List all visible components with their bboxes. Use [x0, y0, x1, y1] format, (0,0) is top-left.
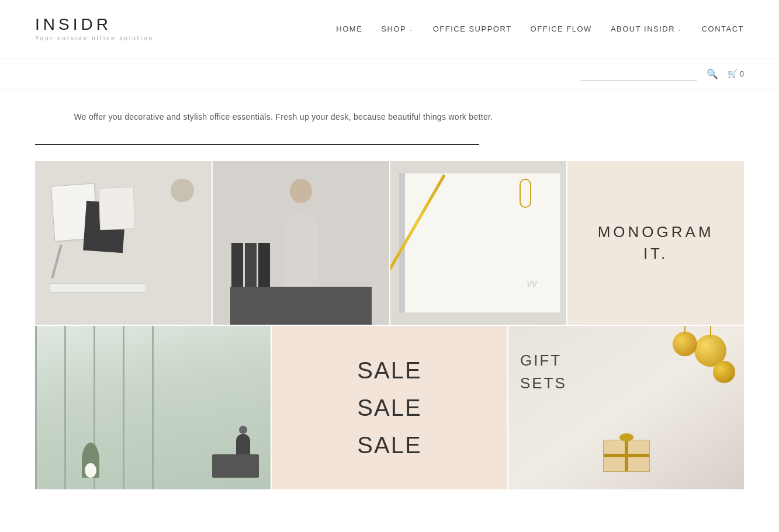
- grid-cell-sale[interactable]: SALE SALE SALE: [272, 326, 507, 489]
- grid-cell-gift-sets[interactable]: GIFTSETS: [508, 326, 744, 489]
- nav-contact[interactable]: CONTACT: [702, 25, 744, 33]
- main-nav: HOME SHOP ⌄ OFFICE SUPPORT OFFICE FLOW A…: [336, 25, 744, 33]
- hero-description: We offer you decorative and stylish offi…: [74, 110, 705, 124]
- nav-home[interactable]: HOME: [336, 25, 362, 33]
- office-supplies-image: [35, 161, 212, 325]
- section-divider: [35, 144, 479, 145]
- chevron-down-icon: ⌄: [408, 26, 414, 32]
- image-grid-row2: SALE SALE SALE GIFTSETS: [0, 325, 779, 489]
- chevron-down-icon: ⌄: [677, 26, 683, 32]
- gift-sets-image: GIFTSETS: [508, 326, 744, 489]
- office-interior-image: [35, 326, 271, 489]
- site-header: INSIDR Your outside office solution HOME…: [0, 0, 779, 58]
- notebook-pen-image: vv: [390, 161, 567, 325]
- nav-about-insidr[interactable]: ABOUT INSIDR ⌄: [611, 25, 683, 33]
- logo-text[interactable]: INSIDR: [35, 16, 154, 33]
- cart-button[interactable]: 🛒 0: [728, 69, 744, 78]
- grid-cell-notebook-pen[interactable]: vv: [390, 161, 567, 325]
- grid-cell-office-interior[interactable]: [35, 326, 271, 489]
- search-input[interactable]: [580, 67, 697, 81]
- cart-icon: 🛒: [728, 69, 738, 78]
- search-button[interactable]: 🔍: [707, 68, 718, 79]
- nav-office-flow[interactable]: OFFICE FLOW: [531, 25, 592, 33]
- cart-count: 0: [740, 69, 744, 78]
- woman-binders-image: [213, 161, 389, 325]
- logo-tagline: Your outside office solution: [35, 35, 154, 41]
- logo-area[interactable]: INSIDR Your outside office solution: [35, 16, 154, 41]
- hero-text-area: We offer you decorative and stylish offi…: [39, 89, 740, 134]
- monogram-label: MONOGRAM IT.: [598, 221, 714, 264]
- search-icon: 🔍: [707, 69, 718, 79]
- image-grid-row1: vv MONOGRAM IT.: [0, 161, 779, 325]
- sale-label: SALE SALE SALE: [357, 352, 421, 464]
- grid-cell-woman-binders[interactable]: [213, 161, 389, 325]
- search-bar-area: 🔍 🛒 0: [0, 58, 779, 89]
- nav-office-support[interactable]: OFFICE SUPPORT: [433, 25, 512, 33]
- nav-shop[interactable]: SHOP ⌄: [381, 25, 414, 33]
- grid-cell-office-supplies[interactable]: [35, 161, 212, 325]
- grid-cell-monogram[interactable]: MONOGRAM IT.: [567, 161, 744, 325]
